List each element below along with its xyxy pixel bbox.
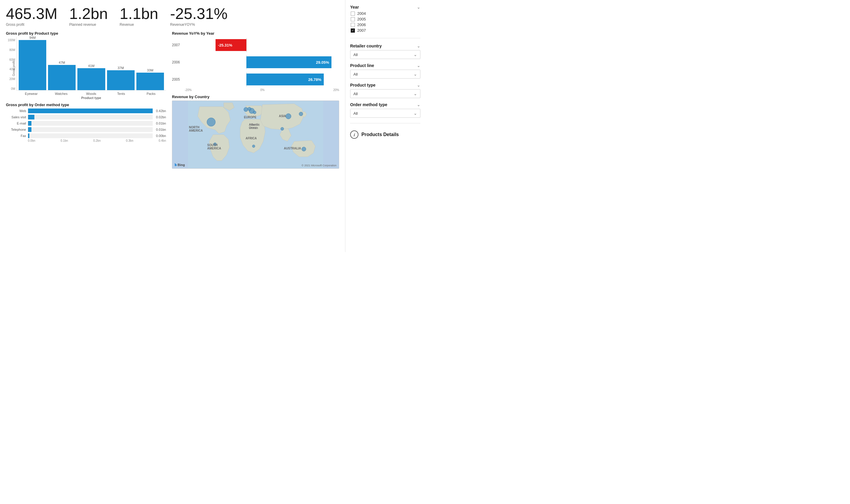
- kpi-planned-revenue: 1.2bn Planned revenue: [69, 6, 108, 27]
- order-method-row: Web0.42bn: [6, 108, 166, 113]
- year-filter-header[interactable]: Year ⌄: [350, 5, 420, 10]
- order-method-chart[interactable]: Gross profit by Order method type Web0.4…: [6, 103, 166, 142]
- order-method-row: Telephone0.01bn: [6, 127, 166, 132]
- left-charts: Gross profit by Product type 100M 80M 60…: [6, 31, 166, 249]
- yoy-year-label: 2005: [172, 77, 182, 82]
- svg-point-6: [253, 111, 256, 114]
- year-checkbox[interactable]: [351, 17, 355, 21]
- year-checkbox[interactable]: [351, 23, 355, 27]
- yoy-bar-container: 29.05%: [185, 55, 339, 69]
- bar-value-tents: 37M: [118, 66, 124, 70]
- year-checkbox[interactable]: ✓: [351, 29, 355, 33]
- product-type-title: Product type: [350, 83, 376, 88]
- divider-2: [350, 123, 420, 123]
- product-line-header[interactable]: Product line ⌄: [350, 63, 420, 68]
- product-line-chevron-icon: ⌄: [417, 63, 420, 68]
- order-method-type-header[interactable]: Order method type ⌄: [350, 102, 420, 107]
- order-method-track: [28, 127, 153, 132]
- kpi-gross-profit: 465.3M Gross profit: [6, 6, 57, 27]
- x-label-packs: Packs: [136, 92, 166, 95]
- svg-point-11: [252, 145, 255, 148]
- products-details-label: Products Details: [361, 132, 399, 137]
- order-method-type-title: Order method type: [350, 102, 387, 107]
- products-details[interactable]: i Products Details: [350, 130, 420, 139]
- year-checkbox-row[interactable]: ✓2007: [351, 28, 420, 33]
- horiz-x-axis-label: 0.2bn: [93, 139, 101, 142]
- order-method-chart-title: Gross profit by Order method type: [6, 103, 166, 107]
- map-chart-title: Revenue by Country: [172, 94, 339, 99]
- order-method-label: Web: [6, 109, 26, 113]
- yoy-x-axis-label: 20%: [333, 88, 339, 92]
- svg-point-8: [299, 112, 303, 116]
- map-copyright: © 2021 Microsoft Corporation: [302, 164, 337, 167]
- kpi-row: 465.3M Gross profit 1.2bn Planned revenu…: [6, 6, 339, 27]
- order-method-label: Telephone: [6, 128, 26, 131]
- gross-profit-chart[interactable]: Gross profit by Product type 100M 80M 60…: [6, 31, 166, 100]
- x-axis-label: Product type: [16, 96, 166, 100]
- yoy-row: 2007-25.31%: [172, 38, 339, 52]
- year-checkbox-row[interactable]: 2004: [351, 11, 420, 16]
- retailer-country-title: Retailer country: [350, 43, 382, 48]
- yoy-row: 200526.78%: [172, 72, 339, 87]
- retailer-country-header[interactable]: Retailer country ⌄: [350, 43, 420, 48]
- bar-value-eyewear: 94M: [29, 36, 36, 39]
- order-method-track: [28, 133, 153, 138]
- yoy-bar: -25.31%: [216, 39, 246, 51]
- bar-group-packs: 33M: [135, 69, 165, 90]
- kpi-revenue: 1.1bn Revenue: [120, 6, 158, 27]
- bar-group-eyewear: 94M: [18, 36, 47, 90]
- product-type-dropdown[interactable]: All ⌄: [350, 89, 420, 98]
- svg-point-2: [214, 143, 216, 146]
- kpi-revenue-yoy: -25.31% RevenueYOY%: [170, 6, 228, 27]
- order-method-value: 0.01bn: [156, 128, 166, 131]
- bars-row: 94M47M41M37M33M: [16, 37, 166, 90]
- bing-watermark: 𝐛 Bing: [175, 163, 185, 167]
- order-method-fill: [28, 115, 34, 120]
- order-method-value: 0.42bn: [156, 109, 166, 113]
- product-type-chevron-icon: ⌄: [417, 83, 420, 88]
- product-line-dropdown[interactable]: All ⌄: [350, 70, 420, 78]
- order-method-value: 0.01bn: [156, 122, 166, 125]
- retailer-country-dropdown[interactable]: All ⌄: [350, 50, 420, 59]
- order-method-track: [28, 115, 153, 120]
- product-type-dropdown-chevron-icon: ⌄: [414, 91, 417, 96]
- order-method-row: Fax0.00bn: [6, 133, 166, 138]
- product-type-header[interactable]: Product type ⌄: [350, 83, 420, 88]
- y-axis-label-100m: 100M: [6, 38, 15, 42]
- kpi-gross-profit-value: 465.3M: [6, 6, 57, 21]
- charts-row: Gross profit by Product type 100M 80M 60…: [6, 31, 339, 249]
- svg-point-9: [281, 127, 284, 130]
- bar-watches: [48, 65, 76, 90]
- gross-profit-chart-title: Gross profit by Product type: [6, 31, 166, 36]
- bar-group-tents: 37M: [106, 66, 135, 90]
- map-chart: Revenue by Country: [172, 94, 339, 249]
- year-filter-section: Year ⌄ 200420052006✓2007: [350, 5, 420, 33]
- horiz-x-axis-label: 0.1bn: [60, 139, 68, 142]
- yoy-bar: 26.78%: [246, 73, 324, 85]
- revenue-yoy-chart-title: Revenue YoY% by Year: [172, 31, 339, 36]
- y-axis-title: Gross profit: [12, 61, 15, 76]
- year-checkbox-row[interactable]: 2006: [351, 22, 420, 27]
- year-label: 2006: [357, 22, 366, 27]
- year-checkbox-row[interactable]: 2005: [351, 17, 420, 21]
- right-charts: Revenue YoY% by Year 2007-25.31%200629.0…: [172, 31, 339, 249]
- yoy-bar-container: 26.78%: [185, 72, 339, 87]
- year-label: 2007: [357, 28, 366, 33]
- bar-eyewear: [19, 40, 46, 90]
- year-checkbox[interactable]: [351, 12, 355, 16]
- map-container[interactable]: NORTHAMERICA EUROPE ASIA AFRICA SOUTHAME…: [172, 101, 339, 169]
- product-line-selected: All: [354, 72, 358, 76]
- revenue-yoy-chart[interactable]: Revenue YoY% by Year 2007-25.31%200629.0…: [172, 31, 339, 92]
- horiz-x-axis-label: 0.0bn: [28, 139, 35, 142]
- kpi-revenue-yoy-value: -25.31%: [170, 6, 228, 21]
- kpi-revenue-yoy-label: RevenueYOY%: [170, 22, 195, 27]
- bar-value-watches: 47M: [59, 61, 65, 64]
- svg-point-7: [286, 113, 291, 119]
- x-label-woods: Woods: [76, 92, 106, 95]
- kpi-gross-profit-label: Gross profit: [6, 22, 24, 27]
- order-method-type-dropdown[interactable]: All ⌄: [350, 109, 420, 118]
- year-label: 2005: [357, 17, 366, 21]
- x-label-tents: Tents: [106, 92, 136, 95]
- main-content: 465.3M Gross profit 1.2bn Planned revenu…: [0, 0, 345, 252]
- bar-packs: [137, 73, 164, 90]
